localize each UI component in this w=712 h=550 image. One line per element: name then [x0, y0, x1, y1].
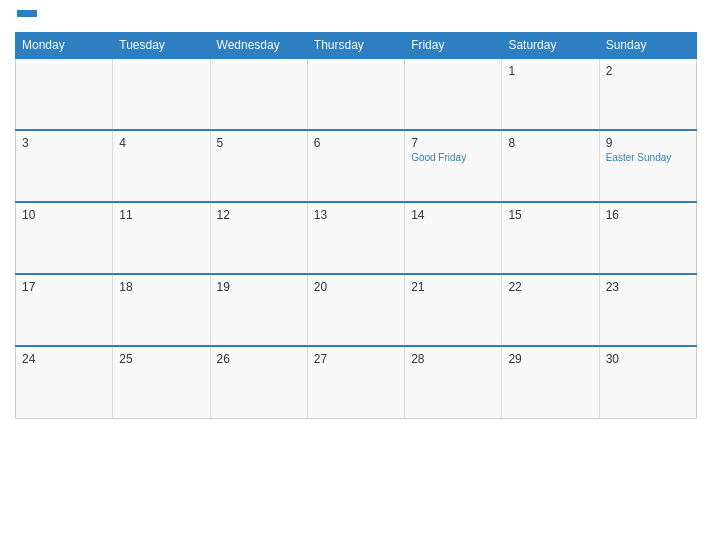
calendar-cell: 4 — [113, 130, 210, 202]
calendar-cell: 24 — [16, 346, 113, 418]
calendar-cell: 12 — [210, 202, 307, 274]
svg-rect-1 — [17, 17, 37, 24]
day-number: 2 — [606, 64, 690, 78]
calendar-header: MondayTuesdayWednesdayThursdayFridaySatu… — [16, 33, 697, 59]
day-number: 30 — [606, 352, 690, 366]
calendar-week-2: 34567Good Friday89Easter Sunday — [16, 130, 697, 202]
holiday-label: Good Friday — [411, 152, 495, 163]
calendar-cell: 9Easter Sunday — [599, 130, 696, 202]
calendar-cell: 13 — [307, 202, 404, 274]
calendar-cell: 17 — [16, 274, 113, 346]
weekday-header-row: MondayTuesdayWednesdayThursdayFridaySatu… — [16, 33, 697, 59]
day-number: 8 — [508, 136, 592, 150]
calendar-cell: 22 — [502, 274, 599, 346]
day-number: 12 — [217, 208, 301, 222]
day-number: 7 — [411, 136, 495, 150]
day-number: 27 — [314, 352, 398, 366]
calendar-cell — [113, 58, 210, 130]
calendar-cell: 28 — [405, 346, 502, 418]
day-number: 21 — [411, 280, 495, 294]
calendar-cell: 14 — [405, 202, 502, 274]
holiday-label: Easter Sunday — [606, 152, 690, 163]
calendar-week-5: 24252627282930 — [16, 346, 697, 418]
calendar-page: MondayTuesdayWednesdayThursdayFridaySatu… — [0, 0, 712, 550]
day-number: 28 — [411, 352, 495, 366]
calendar-cell: 3 — [16, 130, 113, 202]
logo-flag-icon — [17, 10, 37, 24]
logo — [15, 10, 37, 24]
calendar-cell: 20 — [307, 274, 404, 346]
weekday-header-saturday: Saturday — [502, 33, 599, 59]
day-number: 29 — [508, 352, 592, 366]
weekday-header-thursday: Thursday — [307, 33, 404, 59]
weekday-header-sunday: Sunday — [599, 33, 696, 59]
calendar-cell — [16, 58, 113, 130]
calendar-cell: 26 — [210, 346, 307, 418]
day-number: 26 — [217, 352, 301, 366]
day-number: 17 — [22, 280, 106, 294]
calendar-cell: 8 — [502, 130, 599, 202]
calendar-cell: 11 — [113, 202, 210, 274]
day-number: 11 — [119, 208, 203, 222]
page-header — [15, 10, 697, 24]
day-number: 19 — [217, 280, 301, 294]
day-number: 4 — [119, 136, 203, 150]
weekday-header-wednesday: Wednesday — [210, 33, 307, 59]
calendar-body: 1234567Good Friday89Easter Sunday1011121… — [16, 58, 697, 418]
day-number: 3 — [22, 136, 106, 150]
calendar-cell: 25 — [113, 346, 210, 418]
day-number: 1 — [508, 64, 592, 78]
weekday-header-tuesday: Tuesday — [113, 33, 210, 59]
day-number: 13 — [314, 208, 398, 222]
weekday-header-monday: Monday — [16, 33, 113, 59]
calendar-table: MondayTuesdayWednesdayThursdayFridaySatu… — [15, 32, 697, 419]
day-number: 24 — [22, 352, 106, 366]
day-number: 20 — [314, 280, 398, 294]
calendar-cell — [307, 58, 404, 130]
calendar-cell: 29 — [502, 346, 599, 418]
day-number: 14 — [411, 208, 495, 222]
day-number: 22 — [508, 280, 592, 294]
calendar-cell: 27 — [307, 346, 404, 418]
calendar-week-3: 10111213141516 — [16, 202, 697, 274]
day-number: 6 — [314, 136, 398, 150]
day-number: 9 — [606, 136, 690, 150]
calendar-cell — [210, 58, 307, 130]
day-number: 23 — [606, 280, 690, 294]
calendar-cell: 5 — [210, 130, 307, 202]
calendar-cell: 7Good Friday — [405, 130, 502, 202]
day-number: 10 — [22, 208, 106, 222]
calendar-cell: 15 — [502, 202, 599, 274]
day-number: 25 — [119, 352, 203, 366]
day-number: 5 — [217, 136, 301, 150]
day-number: 15 — [508, 208, 592, 222]
day-number: 18 — [119, 280, 203, 294]
calendar-cell: 6 — [307, 130, 404, 202]
weekday-header-friday: Friday — [405, 33, 502, 59]
calendar-cell: 2 — [599, 58, 696, 130]
calendar-cell: 30 — [599, 346, 696, 418]
calendar-cell: 18 — [113, 274, 210, 346]
day-number: 16 — [606, 208, 690, 222]
calendar-cell: 23 — [599, 274, 696, 346]
calendar-cell: 16 — [599, 202, 696, 274]
calendar-cell — [405, 58, 502, 130]
calendar-cell: 19 — [210, 274, 307, 346]
calendar-week-4: 17181920212223 — [16, 274, 697, 346]
calendar-cell: 10 — [16, 202, 113, 274]
calendar-week-1: 12 — [16, 58, 697, 130]
calendar-cell: 1 — [502, 58, 599, 130]
calendar-cell: 21 — [405, 274, 502, 346]
